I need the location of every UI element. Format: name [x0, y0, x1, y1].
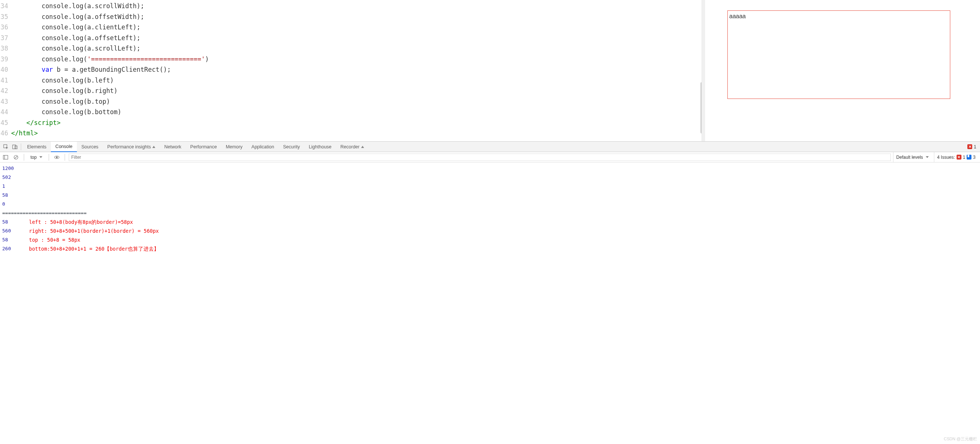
code-line[interactable]: 40 var b = a.getBoundingClientRect();	[0, 64, 705, 75]
code-content: </html>	[11, 128, 705, 139]
code-line[interactable]: 35 console.log(a.offsetWidth);	[0, 11, 705, 22]
tab-label: Network	[164, 144, 181, 150]
filter-input[interactable]	[69, 153, 891, 161]
console-row: 0	[2, 200, 980, 209]
code-line[interactable]: 37 console.log(a.offsetLeft);	[0, 33, 705, 43]
log-levels-selector[interactable]: Default levels	[893, 152, 932, 163]
tab-label: Security	[283, 144, 300, 150]
console-row: 560right: 50+8+500+1(border)+1(border) =…	[2, 227, 980, 235]
line-number: 45	[0, 118, 11, 128]
code-line[interactable]: 41 console.log(b.left)	[0, 75, 705, 86]
code-line[interactable]: 46</html>	[0, 128, 705, 139]
line-number: 34	[0, 1, 11, 11]
tab-application[interactable]: Application	[247, 142, 278, 152]
code-line[interactable]: 34 console.log(a.scrollWidth);	[0, 1, 705, 11]
code-content: console.log(a.scrollLeft);	[11, 43, 705, 54]
clear-console-icon[interactable]	[12, 153, 20, 161]
code-content: console.log(a.offsetLeft);	[11, 33, 705, 43]
line-number: 37	[0, 33, 11, 43]
line-number: 35	[0, 11, 11, 22]
console-row: 58	[2, 191, 980, 200]
console-value: 58	[2, 217, 22, 227]
sidebar-toggle-icon[interactable]	[2, 153, 10, 161]
error-badge-icon: ✕	[956, 155, 961, 160]
line-number: 43	[0, 96, 11, 107]
tab-label: Performance	[190, 144, 217, 150]
tab-performance-insights[interactable]: Performance insights	[103, 142, 160, 152]
levels-label: Default levels	[896, 155, 923, 160]
console-value: 1200	[2, 164, 22, 173]
tab-label: Application	[251, 144, 274, 150]
line-number: 40	[0, 64, 11, 75]
console-value: 1	[2, 182, 22, 191]
console-annotation: right: 50+8+500+1(border)+1(border) = 56…	[29, 227, 159, 235]
pane-splitter[interactable]	[702, 0, 705, 141]
preview-red-box: aaaaa	[727, 10, 950, 99]
console-row: 1200	[2, 164, 980, 173]
code-lines: 34 console.log(a.scrollWidth);35 console…	[0, 0, 705, 139]
line-number: 44	[0, 107, 11, 118]
tab-console[interactable]: Console	[51, 142, 77, 152]
context-selector[interactable]: top	[28, 153, 45, 161]
error-count: 1	[974, 144, 976, 150]
code-line[interactable]: 44 console.log(b.bottom)	[0, 107, 705, 118]
error-indicator[interactable]: ✕1	[967, 144, 978, 150]
line-number: 46	[0, 128, 11, 139]
tab-elements[interactable]: Elements	[23, 142, 51, 152]
tab-label: Console	[55, 144, 72, 149]
code-content: console.log(a.clientLeft);	[11, 22, 705, 33]
code-editor-pane[interactable]: 34 console.log(a.scrollWidth);35 console…	[0, 0, 705, 141]
preview-pane: aaaaa	[705, 0, 980, 141]
code-line[interactable]: 39 console.log('========================…	[0, 54, 705, 65]
tab-lighthouse[interactable]: Lighthouse	[304, 142, 336, 152]
devtools-panel: ElementsConsoleSourcesPerformance insigh…	[0, 141, 980, 253]
tab-label: Recorder	[340, 144, 359, 150]
device-toolbar-icon[interactable]	[10, 142, 19, 152]
console-value: 260	[2, 244, 22, 253]
svg-rect-3	[3, 155, 8, 159]
console-value: 560	[2, 227, 22, 235]
svg-point-8	[56, 156, 57, 158]
tab-network[interactable]: Network	[160, 142, 186, 152]
code-line[interactable]: 45 </script>	[0, 118, 705, 128]
tab-performance[interactable]: Performance	[186, 142, 221, 152]
svg-rect-1	[13, 145, 16, 149]
separator	[65, 154, 65, 161]
code-content: </script>	[11, 118, 705, 128]
tab-label: Lighthouse	[309, 144, 331, 150]
tab-recorder[interactable]: Recorder	[336, 142, 368, 152]
code-line[interactable]: 38 console.log(a.scrollLeft);	[0, 43, 705, 54]
separator	[24, 154, 24, 161]
devtools-tabbar: ElementsConsoleSourcesPerformance insigh…	[0, 142, 980, 152]
line-number: 36	[0, 22, 11, 33]
issues-indicator[interactable]: 4 Issues: ✕1 ▘3	[934, 152, 978, 163]
editor-preview-split: 34 console.log(a.scrollWidth);35 console…	[0, 0, 980, 141]
svg-line-6	[15, 156, 18, 158]
console-value: 58	[2, 235, 22, 244]
info-badge-icon: ▘	[967, 155, 972, 160]
issues-label: 4 Issues:	[937, 155, 955, 160]
live-expression-icon[interactable]	[53, 153, 61, 161]
console-row: =============================	[2, 209, 980, 217]
tab-memory[interactable]: Memory	[221, 142, 247, 152]
code-line[interactable]: 36 console.log(a.clientLeft);	[0, 22, 705, 33]
console-value: 58	[2, 191, 22, 200]
issues-error-count: 1	[963, 155, 966, 160]
tab-label: Sources	[81, 144, 99, 150]
console-value: 0	[2, 200, 22, 209]
inspect-element-icon[interactable]	[2, 142, 10, 152]
tab-sources[interactable]: Sources	[77, 142, 103, 152]
console-output[interactable]: 12005021580=============================…	[0, 163, 980, 253]
code-line[interactable]: 43 console.log(b.top)	[0, 96, 705, 107]
console-value: 502	[2, 173, 22, 182]
code-line[interactable]: 42 console.log(b.right)	[0, 86, 705, 96]
code-content: console.log('===========================…	[11, 54, 705, 65]
separator	[49, 154, 49, 161]
tab-label: Memory	[226, 144, 243, 150]
tab-label: Performance insights	[107, 144, 151, 150]
tab-security[interactable]: Security	[278, 142, 304, 152]
error-badge-icon: ✕	[967, 144, 972, 149]
experiment-icon	[152, 146, 155, 148]
console-row: 1	[2, 182, 980, 191]
code-content: console.log(a.offsetWidth);	[11, 11, 705, 22]
